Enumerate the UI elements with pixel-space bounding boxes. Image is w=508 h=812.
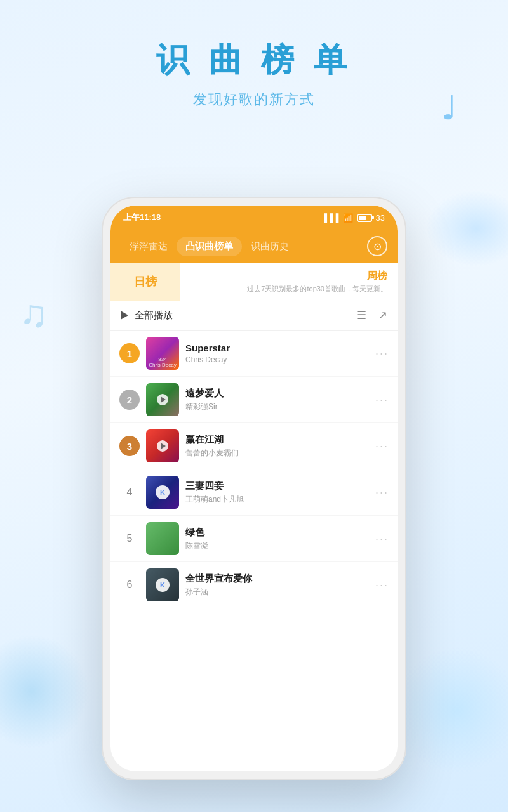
song-title-5: 绿色 bbox=[185, 527, 369, 539]
k-badge-6: K bbox=[156, 578, 170, 592]
song-artist-5: 陈雪凝 bbox=[185, 540, 369, 551]
play-all-button[interactable]: 全部播放 bbox=[121, 310, 173, 322]
song-info-4: 三妻四妾 王萌萌and卜凡旭 bbox=[185, 480, 369, 505]
song-info-6: 全世界宣布爱你 孙子涵 bbox=[185, 573, 369, 598]
song-more-3[interactable]: ··· bbox=[375, 440, 389, 453]
k-badge-4: K bbox=[156, 485, 170, 499]
phone-screen: 上午11:18 ▐▐▐ 📶 33 浮浮雷达 凸识曲榜单 识曲历史 ⊙ bbox=[110, 206, 398, 771]
play-all-icon bbox=[121, 311, 128, 320]
play-all-actions: ☰ ↗ bbox=[356, 308, 387, 322]
nav-item-radar[interactable]: 浮浮雷达 bbox=[121, 237, 177, 256]
play-overlay-2 bbox=[157, 394, 168, 405]
weekly-label: 周榜 bbox=[367, 270, 387, 283]
song-item-2[interactable]: 2 遠梦爱人 精彩强Sir ··· bbox=[110, 377, 398, 423]
song-artist-6: 孙子涵 bbox=[185, 587, 369, 598]
song-list: 1 834Chris Decay Superstar Chris Decay ·… bbox=[110, 331, 398, 608]
nav-item-chart[interactable]: 凸识曲榜单 bbox=[177, 237, 242, 256]
song-title-3: 赢在江湖 bbox=[185, 434, 369, 446]
song-info-1: Superstar Chris Decay bbox=[185, 343, 369, 364]
song-more-4[interactable]: ··· bbox=[375, 486, 389, 499]
battery-icon bbox=[357, 214, 372, 222]
rank-num-4: 4 bbox=[127, 487, 133, 498]
signal-icon: ▐▐▐ bbox=[321, 213, 339, 223]
song-info-3: 赢在江湖 蕾蕾的小麦霸们 bbox=[185, 434, 369, 459]
rank-badge-3: 3 bbox=[119, 436, 140, 456]
song-item-5[interactable]: 5 绿色 陈雪凝 ··· bbox=[110, 516, 398, 562]
song-artist-2: 精彩强Sir bbox=[185, 402, 369, 412]
list-icon[interactable]: ☰ bbox=[356, 308, 366, 322]
play-all-bar: 全部播放 ☰ ↗ bbox=[110, 301, 398, 331]
status-bar: 上午11:18 ▐▐▐ 📶 33 bbox=[110, 206, 398, 230]
bg-notes-decoration: ♫ bbox=[19, 292, 48, 336]
song-artist-4: 王萌萌and卜凡旭 bbox=[185, 494, 369, 505]
page-header: 识 曲 榜 单 发现好歌的新方式 bbox=[0, 0, 508, 109]
song-item-4[interactable]: 4 K 三妻四妾 王萌萌and卜凡旭 ··· bbox=[110, 469, 398, 516]
bg-blob-br bbox=[394, 647, 508, 774]
rank-num-6: 6 bbox=[127, 579, 133, 591]
bg-blob-tr bbox=[425, 190, 508, 266]
song-more-6[interactable]: ··· bbox=[375, 579, 389, 592]
song-title-6: 全世界宣布爱你 bbox=[185, 573, 369, 585]
bg-blob-bl bbox=[0, 634, 89, 749]
play-all-label: 全部播放 bbox=[135, 310, 173, 322]
rank-badge-1: 1 bbox=[119, 343, 140, 363]
song-artist-3: 蕾蕾的小麦霸们 bbox=[185, 448, 369, 459]
status-time: 上午11:18 bbox=[123, 212, 161, 223]
rank-badge-5: 5 bbox=[119, 528, 140, 549]
tab-weekly[interactable]: 周榜 过去7天识别最多的top30首歌曲，每天更新。 bbox=[180, 263, 398, 301]
song-title-1: Superstar bbox=[185, 343, 369, 353]
scan-button[interactable]: ⊙ bbox=[367, 236, 387, 256]
song-thumb-2 bbox=[146, 383, 179, 416]
rank-num-5: 5 bbox=[127, 533, 133, 544]
phone-outer: 上午11:18 ▐▐▐ 📶 33 浮浮雷达 凸识曲榜单 识曲历史 ⊙ bbox=[102, 197, 406, 780]
rank-badge-4: 4 bbox=[119, 482, 140, 502]
play-overlay-3 bbox=[157, 440, 168, 452]
page-title: 识 曲 榜 单 bbox=[0, 38, 508, 82]
song-thumb-6: K bbox=[146, 568, 179, 601]
song-thumb-1: 834Chris Decay bbox=[146, 337, 179, 370]
chart-tabs: 日榜 周榜 过去7天识别最多的top30首歌曲，每天更新。 bbox=[110, 263, 398, 301]
phone-mockup: 上午11:18 ▐▐▐ 📶 33 浮浮雷达 凸识曲榜单 识曲历史 ⊙ bbox=[102, 197, 406, 780]
song-info-5: 绿色 陈雪凝 bbox=[185, 527, 369, 551]
battery-level: 33 bbox=[376, 213, 385, 223]
song-more-5[interactable]: ··· bbox=[375, 532, 389, 546]
song-item-3[interactable]: 3 赢在江湖 蕾蕾的小麦霸们 ··· bbox=[110, 423, 398, 469]
thumb-label-1: 834Chris Decay bbox=[147, 357, 178, 369]
page-subtitle: 发现好歌的新方式 bbox=[0, 90, 508, 109]
song-thumb-4: K bbox=[146, 476, 179, 509]
status-icons: ▐▐▐ 📶 33 bbox=[321, 213, 385, 223]
nav-items: 浮浮雷达 凸识曲榜单 识曲历史 bbox=[121, 237, 367, 256]
song-thumb-3 bbox=[146, 429, 179, 462]
nav-bar: 浮浮雷达 凸识曲榜单 识曲历史 ⊙ bbox=[110, 230, 398, 263]
song-thumb-5 bbox=[146, 522, 179, 555]
song-item-1[interactable]: 1 834Chris Decay Superstar Chris Decay ·… bbox=[110, 331, 398, 377]
song-info-2: 遠梦爱人 精彩强Sir bbox=[185, 388, 369, 412]
bg-note-decoration: ♩ bbox=[441, 89, 457, 127]
share-icon[interactable]: ↗ bbox=[378, 308, 387, 322]
song-item-6[interactable]: 6 K 全世界宣布爱你 孙子涵 ··· bbox=[110, 562, 398, 608]
wifi-icon: 📶 bbox=[343, 213, 353, 223]
rank-badge-2: 2 bbox=[119, 390, 140, 410]
rank-badge-6: 6 bbox=[119, 575, 140, 595]
weekly-desc: 过去7天识别最多的top30首歌曲，每天更新。 bbox=[247, 284, 387, 294]
song-artist-1: Chris Decay bbox=[185, 355, 369, 364]
song-title-2: 遠梦爱人 bbox=[185, 388, 369, 400]
song-more-2[interactable]: ··· bbox=[375, 393, 389, 407]
tab-daily[interactable]: 日榜 bbox=[110, 263, 180, 301]
song-more-1[interactable]: ··· bbox=[375, 347, 389, 360]
nav-item-history[interactable]: 识曲历史 bbox=[242, 237, 298, 256]
song-title-4: 三妻四妾 bbox=[185, 480, 369, 492]
